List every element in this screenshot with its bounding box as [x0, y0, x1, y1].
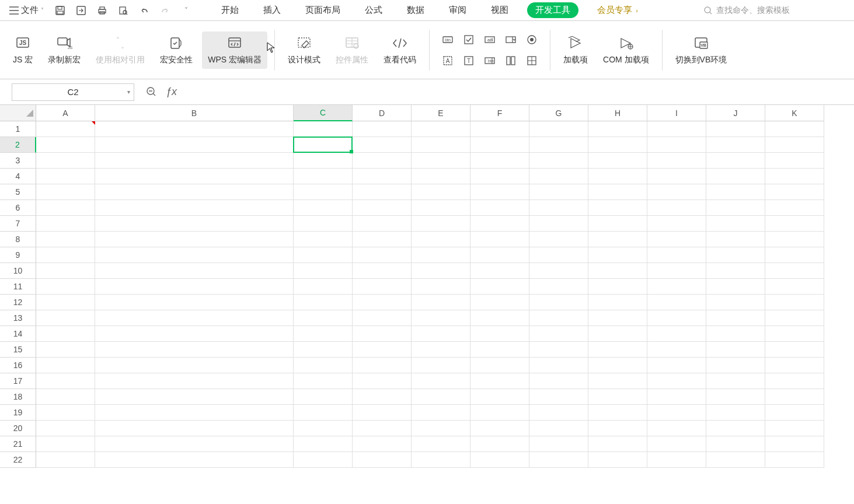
cell[interactable]: [706, 169, 765, 184]
cell[interactable]: [95, 169, 294, 184]
cell[interactable]: [647, 279, 706, 295]
cell[interactable]: [36, 200, 95, 216]
cell[interactable]: [294, 200, 353, 216]
cell[interactable]: [36, 310, 95, 326]
cell[interactable]: [353, 232, 412, 247]
cell[interactable]: [647, 153, 706, 169]
row-header[interactable]: 7: [0, 216, 36, 232]
cell[interactable]: [470, 216, 529, 232]
control-textbox-icon[interactable]: ab: [481, 31, 499, 48]
cell[interactable]: [294, 137, 353, 153]
cell[interactable]: [647, 169, 706, 184]
cell[interactable]: [706, 389, 765, 405]
cell[interactable]: [588, 310, 647, 326]
row-header[interactable]: 8: [0, 232, 36, 247]
cell[interactable]: [95, 232, 294, 247]
cell[interactable]: [588, 184, 647, 200]
save-button[interactable]: [51, 2, 69, 19]
cell[interactable]: [412, 247, 470, 263]
cell[interactable]: [588, 232, 647, 247]
cell[interactable]: [470, 247, 529, 263]
cell[interactable]: [647, 216, 706, 232]
cell[interactable]: [412, 184, 470, 200]
cell[interactable]: [470, 295, 529, 310]
cell[interactable]: [765, 310, 824, 326]
cell[interactable]: [412, 121, 470, 137]
cell[interactable]: [529, 200, 588, 216]
column-header[interactable]: I: [647, 105, 706, 121]
cell[interactable]: [95, 326, 294, 342]
cell[interactable]: [412, 421, 470, 436]
cell[interactable]: [294, 310, 353, 326]
cell[interactable]: [765, 295, 824, 310]
cell[interactable]: [412, 169, 470, 184]
cell[interactable]: [706, 216, 765, 232]
cell[interactable]: [36, 263, 95, 279]
cell[interactable]: [765, 436, 824, 452]
control-combobox-icon[interactable]: [502, 31, 520, 48]
js-macro-button[interactable]: JS JS 宏: [7, 32, 39, 69]
zoom-out-icon[interactable]: [146, 86, 158, 98]
cell[interactable]: [706, 373, 765, 389]
com-addins-button[interactable]: COM 加载项: [597, 32, 655, 69]
cell[interactable]: [470, 153, 529, 169]
cell[interactable]: [294, 263, 353, 279]
cell[interactable]: [765, 200, 824, 216]
tab-data[interactable]: 数据: [401, 2, 430, 18]
cell[interactable]: [765, 263, 824, 279]
cell[interactable]: [95, 421, 294, 436]
view-code-button[interactable]: 查看代码: [378, 32, 422, 69]
print-preview-button[interactable]: [114, 2, 133, 19]
cell[interactable]: [36, 169, 95, 184]
cell[interactable]: [647, 389, 706, 405]
cell[interactable]: [95, 452, 294, 468]
cell[interactable]: [588, 326, 647, 342]
cell[interactable]: [470, 436, 529, 452]
cell[interactable]: [588, 452, 647, 468]
row-header[interactable]: 13: [0, 310, 36, 326]
cell[interactable]: [470, 326, 529, 342]
cell[interactable]: [36, 452, 95, 468]
column-header[interactable]: D: [353, 105, 412, 121]
cell[interactable]: [470, 121, 529, 137]
cell[interactable]: [36, 184, 95, 200]
cell[interactable]: [294, 389, 353, 405]
cell[interactable]: [412, 232, 470, 247]
cell[interactable]: [706, 279, 765, 295]
cell[interactable]: [353, 295, 412, 310]
cell[interactable]: [529, 279, 588, 295]
comment-indicator-icon[interactable]: [92, 121, 95, 125]
cell[interactable]: [353, 200, 412, 216]
save-as-button[interactable]: [72, 2, 90, 19]
cell[interactable]: [765, 452, 824, 468]
cell[interactable]: [529, 436, 588, 452]
cell[interactable]: [412, 358, 470, 373]
cell[interactable]: [353, 279, 412, 295]
cell[interactable]: [529, 405, 588, 421]
cell[interactable]: [647, 310, 706, 326]
undo-button[interactable]: [135, 2, 154, 19]
cell[interactable]: [706, 436, 765, 452]
cell[interactable]: [706, 263, 765, 279]
cell[interactable]: [529, 232, 588, 247]
cell[interactable]: [647, 436, 706, 452]
cell[interactable]: [294, 184, 353, 200]
cell[interactable]: [412, 216, 470, 232]
column-header[interactable]: E: [412, 105, 470, 121]
cell[interactable]: [765, 342, 824, 358]
row-header[interactable]: 1: [0, 121, 36, 137]
column-header[interactable]: F: [470, 105, 529, 121]
cell[interactable]: [588, 358, 647, 373]
cell[interactable]: [529, 263, 588, 279]
cell[interactable]: [470, 405, 529, 421]
cell[interactable]: [470, 373, 529, 389]
cell[interactable]: [36, 342, 95, 358]
row-header[interactable]: 15: [0, 342, 36, 358]
cell[interactable]: [294, 247, 353, 263]
cell[interactable]: [412, 452, 470, 468]
control-scrollbar-icon[interactable]: [502, 52, 520, 69]
cell[interactable]: [412, 310, 470, 326]
column-header[interactable]: G: [529, 105, 588, 121]
cell[interactable]: [529, 153, 588, 169]
cell[interactable]: [294, 326, 353, 342]
